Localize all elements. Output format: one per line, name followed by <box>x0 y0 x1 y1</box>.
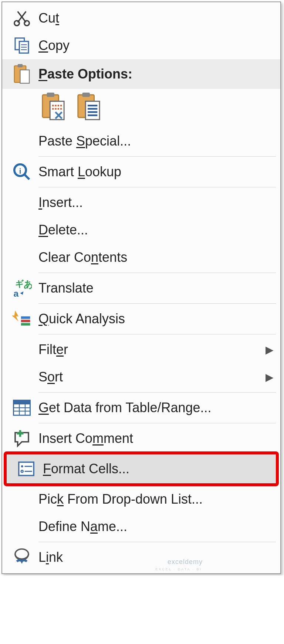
label: Translate <box>38 280 94 296</box>
menu-item-clear-contents[interactable]: Clear Contents <box>2 244 280 271</box>
label: Insert Comment <box>38 431 133 446</box>
menu-header-paste-options: Paste Options: <box>2 59 280 89</box>
svg-rect-30 <box>21 323 30 326</box>
label: Sort <box>38 369 63 385</box>
svg-text:a: a <box>14 288 19 298</box>
separator <box>38 392 276 393</box>
label: Clear Contents <box>38 250 127 265</box>
svg-text:あ: あ <box>24 279 32 289</box>
svg-rect-9 <box>20 70 30 83</box>
menu-item-sort[interactable]: Sort ▶ <box>2 363 280 391</box>
paste-option-paste[interactable] <box>38 92 68 121</box>
svg-text:ギ: ギ <box>15 279 24 288</box>
menu-item-link[interactable]: Link exceldemy EXCEL · DATA · BI <box>2 544 280 571</box>
separator <box>38 303 276 304</box>
watermark-sub: EXCEL · DATA · BI <box>155 567 202 571</box>
label: Define Name... <box>38 519 127 534</box>
comment-icon <box>5 428 38 448</box>
menu-item-filter[interactable]: Filter ▶ <box>2 336 280 363</box>
menu-item-paste-special[interactable]: Paste Special... <box>2 127 280 155</box>
svg-point-40 <box>21 465 23 467</box>
separator <box>38 423 276 423</box>
menu-item-smart-lookup[interactable]: i Smart Lookup <box>2 158 280 186</box>
menu-item-translate[interactable]: ギあa Translate <box>2 274 280 302</box>
link-icon <box>5 547 38 567</box>
svg-rect-29 <box>21 320 30 322</box>
separator <box>38 187 276 187</box>
paste-options-row <box>2 89 280 127</box>
menu-item-quick-analysis[interactable]: Quick Analysis <box>2 305 280 333</box>
label: Link <box>38 550 63 565</box>
menu-item-define-name[interactable]: Define Name... <box>2 513 280 540</box>
label: Quick Analysis <box>38 311 125 327</box>
context-menu: Cut Copy Paste Options: Paste Special...… <box>1 1 281 574</box>
paste-option-values[interactable] <box>74 92 104 121</box>
svg-rect-17 <box>85 101 99 120</box>
svg-point-1 <box>24 21 30 26</box>
label: Smart Lookup <box>38 164 121 180</box>
menu-item-insert[interactable]: Insert... <box>2 189 280 216</box>
svg-point-0 <box>14 21 20 26</box>
svg-rect-16 <box>82 93 90 97</box>
label: Filter <box>38 342 68 357</box>
label: Insert... <box>38 195 83 210</box>
submenu-arrow-icon: ▶ <box>259 371 274 383</box>
menu-item-pick-dropdown[interactable]: Pick From Drop-down List... <box>2 485 280 513</box>
menu-item-get-data[interactable]: Get Data from Table/Range... <box>2 394 280 421</box>
separator <box>38 156 276 157</box>
label: Copy <box>38 38 70 53</box>
label: Delete... <box>38 222 88 238</box>
svg-rect-28 <box>21 316 30 319</box>
label: Cut <box>38 10 59 26</box>
svg-rect-8 <box>18 64 23 67</box>
table-icon <box>5 398 38 418</box>
menu-item-copy[interactable]: Copy <box>2 32 280 59</box>
watermark: exceldemy <box>168 558 203 566</box>
separator <box>38 334 276 334</box>
svg-rect-39 <box>19 462 34 476</box>
svg-rect-32 <box>14 400 30 404</box>
menu-item-cut[interactable]: Cut <box>2 4 280 32</box>
quick-analysis-icon <box>5 309 38 329</box>
separator <box>38 273 276 273</box>
scissors-icon <box>5 8 38 28</box>
label: Pick From Drop-down List... <box>38 491 203 507</box>
translate-icon: ギあa <box>5 278 38 298</box>
copy-icon <box>5 36 38 56</box>
highlight-box: Format Cells... <box>4 451 279 486</box>
svg-line-23 <box>24 174 30 180</box>
format-cells-icon <box>10 459 43 479</box>
label: Paste Options: <box>38 66 132 82</box>
label: Paste Special... <box>38 133 131 149</box>
menu-item-insert-comment[interactable]: Insert Comment <box>2 425 280 452</box>
svg-rect-11 <box>47 93 54 97</box>
svg-text:i: i <box>19 167 21 175</box>
label: Format Cells... <box>43 461 129 477</box>
search-icon: i <box>5 162 38 182</box>
label: Get Data from Table/Range... <box>38 400 212 416</box>
menu-item-delete[interactable]: Delete... <box>2 216 280 244</box>
clipboard-icon <box>5 63 38 85</box>
submenu-arrow-icon: ▶ <box>259 344 274 356</box>
menu-item-format-cells[interactable]: Format Cells... <box>7 454 276 483</box>
separator <box>38 542 276 542</box>
